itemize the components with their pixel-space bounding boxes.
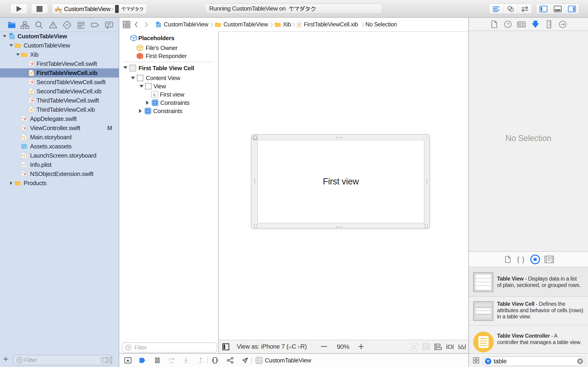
svg-text:?: ? (507, 22, 509, 27)
svg-text:1: 1 (141, 56, 142, 59)
svg-text:L: L (153, 92, 156, 97)
